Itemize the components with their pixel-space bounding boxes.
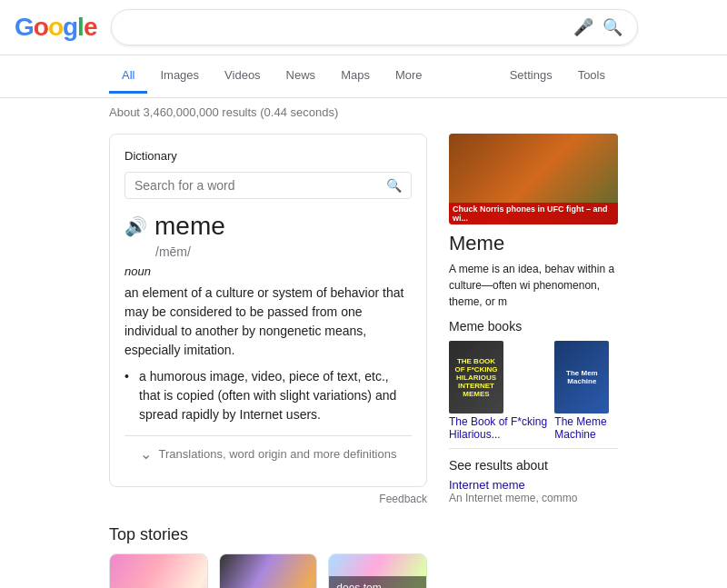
- see-results-section: See results about Internet meme An Inter…: [449, 448, 618, 504]
- story-image-3: does tom holland know he is in a love tr…: [329, 554, 426, 588]
- nav-tabs: All Images Videos News Maps More Setting…: [0, 55, 727, 98]
- stories-container: The Funniest Memes and Tweets from the 2…: [109, 553, 427, 588]
- feedback-link[interactable]: Feedback: [109, 487, 427, 511]
- story-image-2: ▶ Met Gala 2019's most eye-catching outf…: [220, 554, 317, 588]
- story-image-1: [110, 554, 207, 588]
- dictionary-search-bar[interactable]: 🔍: [124, 172, 412, 199]
- results-count: About 3,460,000,000 results (0.44 second…: [0, 98, 727, 126]
- tab-news[interactable]: News: [274, 59, 329, 94]
- top-stories-title: Top stories: [109, 525, 427, 544]
- word-header: 🔊 meme: [124, 212, 412, 241]
- tab-videos[interactable]: Videos: [212, 59, 274, 94]
- tab-settings[interactable]: Settings: [497, 59, 565, 94]
- internet-meme-desc: An Internet meme, commo: [449, 492, 618, 504]
- google-logo: Google: [15, 13, 96, 42]
- story-card-1[interactable]: The Funniest Memes and Tweets from the 2…: [109, 553, 208, 588]
- search-bar: meme 🎤 🔍: [111, 9, 638, 45]
- word-title: meme: [154, 212, 225, 241]
- story-overlay-3: does tom holland know he is in a love tr…: [329, 576, 426, 588]
- search-input[interactable]: meme: [126, 19, 573, 35]
- definition-bullet: a humorous image, video, piece of text, …: [124, 367, 412, 424]
- header: Google meme 🎤 🔍: [0, 0, 727, 55]
- speaker-icon[interactable]: 🔊: [124, 215, 147, 237]
- right-description: A meme is an idea, behav within a cultur…: [449, 261, 618, 310]
- word-phonetic: /mēm/: [155, 244, 412, 259]
- right-panel-image: Chuck Norris phones in UFC fight – and w…: [449, 134, 618, 224]
- right-column: Chuck Norris phones in UFC fight – and w…: [449, 126, 618, 588]
- book-label-2: The Meme Machine: [554, 415, 618, 441]
- definition-main: an element of a culture or system of beh…: [124, 284, 412, 360]
- see-results-title: See results about: [449, 458, 618, 473]
- right-section-title: Meme: [449, 232, 618, 255]
- chevron-down-icon: ⌄: [140, 445, 152, 463]
- more-definitions-button[interactable]: ⌄ Translations, word origin and more def…: [124, 435, 412, 472]
- dictionary-search-icon: 🔍: [386, 178, 402, 193]
- right-books-title: Meme books: [449, 319, 618, 334]
- breaking-news-badge: Chuck Norris phones in UFC fight – and w…: [449, 203, 618, 224]
- tab-tools[interactable]: Tools: [565, 59, 618, 94]
- main-content: Dictionary 🔍 🔊 meme /mēm/ noun an elemen…: [0, 126, 727, 588]
- tab-more[interactable]: More: [383, 59, 435, 94]
- search-button[interactable]: 🔍: [603, 17, 622, 37]
- book-cover-1: THE BOOK OF F*CKING HILARIOUS INTERNET M…: [449, 341, 503, 414]
- dictionary-card: Dictionary 🔍 🔊 meme /mēm/ noun an elemen…: [109, 134, 427, 487]
- book-label-1: The Book of F*cking Hilarious...: [449, 415, 549, 441]
- book-item-1[interactable]: THE BOOK OF F*CKING HILARIOUS INTERNET M…: [449, 341, 549, 441]
- dictionary-search-input[interactable]: [134, 178, 386, 193]
- more-definitions-label: Translations, word origin and more defin…: [159, 447, 397, 461]
- word-part-of-speech: noun: [124, 264, 412, 278]
- internet-meme-link[interactable]: Internet meme: [449, 478, 618, 492]
- dictionary-title: Dictionary: [124, 149, 412, 163]
- book-item-2[interactable]: The Mem Machine The Meme Machine: [554, 341, 618, 441]
- microphone-icon[interactable]: 🎤: [573, 17, 593, 37]
- tab-all[interactable]: All: [109, 59, 147, 94]
- tab-maps[interactable]: Maps: [328, 59, 383, 94]
- books-row: THE BOOK OF F*CKING HILARIOUS INTERNET M…: [449, 341, 618, 441]
- story-card-3[interactable]: does tom holland know he is in a love tr…: [328, 553, 427, 588]
- left-column: Dictionary 🔍 🔊 meme /mēm/ noun an elemen…: [109, 126, 427, 588]
- tab-images[interactable]: Images: [147, 59, 212, 94]
- book-cover-2: The Mem Machine: [554, 341, 609, 414]
- story-card-2[interactable]: ▶ Met Gala 2019's most eye-catching outf…: [219, 553, 318, 588]
